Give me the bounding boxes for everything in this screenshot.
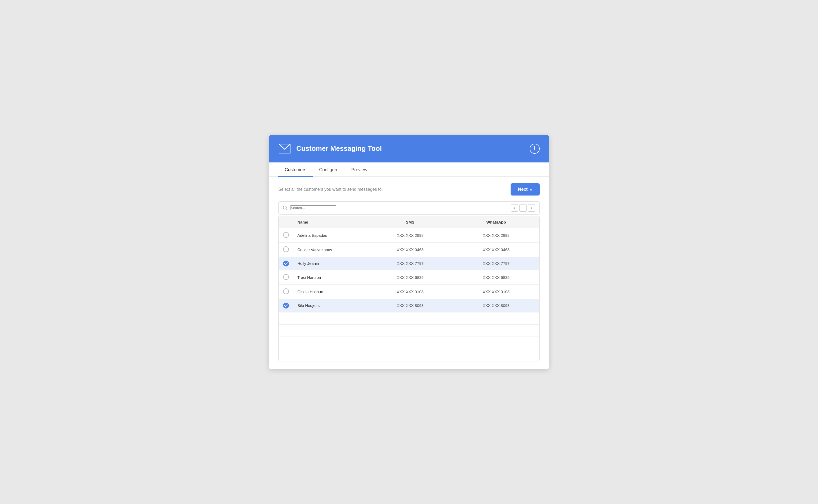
row-sms: XXX XXX 8093	[367, 299, 453, 312]
page-1-button[interactable]: 1	[519, 204, 527, 212]
table-row: Adelina Espadas XXX XXX 2898 XXX XXX 289…	[279, 228, 539, 242]
search-pagination-row: ‹ 1 ›	[278, 201, 540, 215]
empty-row	[279, 312, 539, 324]
search-input[interactable]	[290, 205, 336, 210]
col-whatsapp: WhatsApp	[453, 216, 539, 228]
header-left: Customer Messaging Tool	[278, 142, 382, 155]
table-row: Traci Hartzoa XXX XXX 6835 XXX XXX 6835	[279, 270, 539, 284]
row-whatsapp: XXX XXX 0108	[453, 284, 539, 299]
app-title: Customer Messaging Tool	[296, 144, 382, 153]
col-sms: SMS	[367, 216, 453, 228]
row-checkbox-6[interactable]	[283, 303, 289, 308]
row-whatsapp: XXX XXX 0468	[453, 242, 539, 257]
row-name: Cookie Vasvukhnov	[293, 242, 367, 257]
table-row: Holly Jeanin XXX XXX 7797 XXX XXX 7797	[279, 257, 539, 270]
table-body: Adelina Espadas XXX XXX 2898 XXX XXX 289…	[279, 228, 539, 361]
row-name: Gisela Haliburn	[293, 284, 367, 299]
row-whatsapp: XXX XXX 6835	[453, 270, 539, 284]
tab-customers[interactable]: Customers	[278, 162, 313, 177]
table-header: Name SMS WhatsApp	[279, 216, 539, 228]
row-checkbox-2[interactable]	[283, 246, 289, 252]
table-wrapper: Name SMS WhatsApp Adelina Espadas XXX XX…	[278, 216, 540, 361]
row-checkbox-3[interactable]	[283, 261, 289, 266]
row-sms: XXX XXX 7797	[367, 257, 453, 270]
row-whatsapp: XXX XXX 7797	[453, 257, 539, 270]
instruction-text: Select all the customers you want to sen…	[278, 187, 381, 192]
col-name: Name	[293, 216, 367, 228]
svg-line-2	[286, 209, 287, 210]
row-name: Adelina Espadas	[293, 228, 367, 242]
table-row: Sile Hodjetts XXX XXX 8093 XXX XXX 8093	[279, 299, 539, 312]
empty-row	[279, 324, 539, 337]
search-left	[283, 205, 511, 210]
search-icon	[283, 206, 288, 210]
col-checkbox	[279, 216, 293, 228]
tab-configure[interactable]: Configure	[313, 162, 345, 177]
row-sms: XXX XXX 0108	[367, 284, 453, 299]
row-checkbox-1[interactable]	[283, 232, 289, 238]
empty-row	[279, 349, 539, 361]
empty-row	[279, 337, 539, 349]
toolbar: Select all the customers you want to sen…	[269, 177, 549, 199]
next-button[interactable]: Next »	[511, 183, 540, 196]
info-icon-button[interactable]: i	[530, 144, 540, 154]
row-name: Holly Jeanin	[293, 257, 367, 270]
pagination: ‹ 1 ›	[511, 204, 535, 212]
table-row: Gisela Haliburn XXX XXX 0108 XXX XXX 010…	[279, 284, 539, 299]
next-page-button[interactable]: ›	[528, 204, 535, 212]
customer-table: Name SMS WhatsApp Adelina Espadas XXX XX…	[279, 216, 539, 361]
row-checkbox-5[interactable]	[283, 288, 289, 294]
row-whatsapp: XXX XXX 2898	[453, 228, 539, 242]
mail-icon	[278, 142, 291, 155]
tabs-bar: Customers Configure Preview	[269, 162, 549, 177]
row-whatsapp: XXX XXX 8093	[453, 299, 539, 312]
prev-page-button[interactable]: ‹	[511, 204, 518, 212]
app-container: Customer Messaging Tool i Customers Conf…	[269, 135, 549, 369]
row-name: Sile Hodjetts	[293, 299, 367, 312]
row-checkbox-4[interactable]	[283, 274, 289, 280]
table-row: Cookie Vasvukhnov XXX XXX 0468 XXX XXX 0…	[279, 242, 539, 257]
tab-preview[interactable]: Preview	[345, 162, 374, 177]
row-sms: XXX XXX 2898	[367, 228, 453, 242]
table-section: ‹ 1 › Name SMS WhatsApp	[269, 199, 549, 369]
row-sms: XXX XXX 0468	[367, 242, 453, 257]
header: Customer Messaging Tool i	[269, 135, 549, 162]
row-name: Traci Hartzoa	[293, 270, 367, 284]
row-sms: XXX XXX 6835	[367, 270, 453, 284]
